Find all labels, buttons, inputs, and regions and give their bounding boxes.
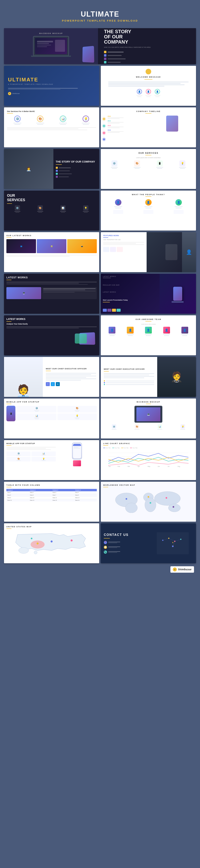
footer-logo[interactable]: S SlideBazaar bbox=[170, 566, 194, 573]
svg-point-13 bbox=[125, 503, 137, 513]
svg-point-27 bbox=[37, 542, 38, 545]
services-dark-title: OURSERVICES bbox=[7, 193, 96, 202]
svg-point-19 bbox=[148, 496, 149, 498]
svg-point-18 bbox=[125, 498, 127, 500]
slide-table: TABLE WITH FOUR COLUMN Column 1 Column 2… bbox=[4, 482, 99, 522]
svg-text:Jun: Jun bbox=[158, 466, 160, 467]
slide-services-dark: OURSERVICES ⚙️ 🎨 📊 bbox=[4, 191, 99, 230]
slide-welcome: WELCOME MESSAGE 👤 👤 bbox=[101, 66, 196, 106]
latest-works-dark-title: LATEST WORKS bbox=[6, 276, 97, 279]
slide-featured: FEATURED WORK USE TRANSFER FOR USE bbox=[101, 232, 196, 272]
latest-works-title: OUR LATEST WORKS bbox=[6, 235, 97, 237]
testimonials-title: WHAT THE PEOPLE THINK? bbox=[104, 193, 193, 195]
world-map-title: WORLDWIDE VECTOR MAP bbox=[103, 484, 194, 486]
slide-mobile-1: MOBILE APP FOR STARTUP 📱 ⚙️ 🎨 bbox=[4, 399, 99, 438]
slide-story: 👩‍💼 THE STORY OF OUR COMPANY bbox=[4, 149, 99, 189]
hero-title: THE STORYOF OURCOMPANY bbox=[104, 29, 190, 45]
slides-grid: MACBOOK MOCKUP bbox=[4, 28, 196, 563]
slide-launch: LATEST WORKS REGULAR SIZE BAR LATEST WOR… bbox=[101, 274, 196, 314]
table-header-4: Column 4 bbox=[74, 489, 97, 491]
launch-label2: REGULAR SIZE BAR bbox=[103, 284, 158, 286]
line-chart-svg: Jan Feb Mar Apr May Jun Jul Aug bbox=[103, 449, 194, 467]
table-header-2: Column 2 bbox=[29, 489, 52, 491]
slide-team: OUR AWESOME TEAM Lorem ipsum dolor sit a… bbox=[101, 315, 196, 355]
our-services-title: OUR SERVICES bbox=[104, 152, 193, 154]
slide-line-chart: LINE CHART GRAPHIC Your Title Your Title… bbox=[101, 440, 196, 480]
macbook-label: MACBOOK MOCKUP bbox=[39, 32, 63, 34]
slide-latest-works-2: LATEST WORKS Analyze Your Data Easily bbox=[4, 315, 99, 355]
svg-text:May: May bbox=[148, 466, 150, 467]
slide-latest-works-dark: LATEST WORKS 🖥️ bbox=[4, 274, 99, 314]
table-title: TABLE WITH FOUR COLUMN bbox=[6, 484, 97, 486]
featured-title: FEATURED WORK bbox=[103, 235, 144, 237]
brand-name: ULTIMATE bbox=[8, 76, 95, 83]
table-header-1: Column 1 bbox=[6, 489, 29, 491]
slide-services-light: Our Services For A Better World. ⚙️ 🎨 bbox=[4, 107, 99, 147]
page-header: ULTIMATE POWERPOINT TEMPLATE FREE DOWNLO… bbox=[4, 6, 196, 28]
svg-point-20 bbox=[166, 497, 167, 499]
slide-world-map: WORLDWIDE VECTOR MAP bbox=[101, 482, 196, 522]
slide-macbook: MACBOOK MOCKUP 💻 ⚙️ 🎨 bbox=[101, 399, 196, 438]
slide-timeline: COMPANY TIMELINE 2010 bbox=[101, 107, 196, 147]
svg-text:Mar: Mar bbox=[127, 466, 130, 467]
us-map-svg bbox=[6, 530, 97, 555]
slide-contact: CONTACT US 📍 ✉️ 📞 bbox=[101, 523, 196, 563]
slide-latest-works-light: OUR LATEST WORKS 👥 🖼️ 📸 bbox=[4, 232, 99, 272]
table-header-3: Column 3 bbox=[52, 489, 74, 491]
timeline-title: COMPANY TIMELINE bbox=[104, 111, 193, 112]
svg-point-28 bbox=[70, 539, 73, 541]
footer-logo-icon: S bbox=[173, 567, 177, 571]
svg-point-26 bbox=[51, 540, 53, 542]
launch-label1: LATEST WORKS bbox=[103, 276, 158, 277]
svg-text:Jan: Jan bbox=[108, 466, 111, 467]
svg-point-17 bbox=[168, 504, 180, 512]
footer-brand-text: SlideBazaar bbox=[178, 568, 192, 571]
ceo-1-title: MEET OUR CHIEF EXECUTIVE OFFICER bbox=[46, 368, 96, 370]
contact-title: CONTACT US bbox=[104, 533, 152, 537]
services-title: Our Services For A Better World. bbox=[7, 111, 96, 112]
welcome-title: WELCOME MESSAGE bbox=[136, 76, 161, 78]
macbook-title: MACBOOK MOCKUP bbox=[103, 401, 194, 403]
page-title: ULTIMATE bbox=[4, 10, 196, 19]
svg-point-40 bbox=[172, 541, 173, 542]
mobile-1-title: MOBILE APP FOR STARTUP bbox=[6, 401, 97, 403]
latest-works-2-subtitle: Analyze Your Data Easily bbox=[6, 323, 97, 325]
svg-text:Aug: Aug bbox=[178, 466, 180, 467]
slide-hero[interactable]: MACBOOK MOCKUP bbox=[4, 28, 196, 64]
svg-point-16 bbox=[154, 492, 180, 505]
team-title: OUR AWESOME TEAM bbox=[104, 318, 193, 320]
world-map-svg bbox=[103, 489, 194, 513]
data-table: Column 1 Column 2 Column 3 Column 4 Data… bbox=[6, 489, 97, 501]
slide-ceo-2: MEET OUR CHIEF EXECUTIVE OFFICER bbox=[101, 357, 196, 397]
latest-works-2-title: LATEST WORKS bbox=[6, 318, 97, 320]
slide-testimonials: WHAT THE PEOPLE THINK? 👤 👤 bbox=[101, 191, 196, 230]
slide-hero-left: MACBOOK MOCKUP bbox=[4, 28, 98, 64]
svg-text:Jul: Jul bbox=[168, 466, 169, 467]
line-chart-title: LINE CHART GRAPHIC bbox=[103, 442, 194, 444]
slide-ceo-1: 🧑‍💼 MEET OUR CHIEF EXECUTIVE OFFICER bbox=[4, 357, 99, 397]
svg-point-15 bbox=[145, 498, 156, 512]
svg-text:S: S bbox=[174, 569, 175, 570]
svg-point-24 bbox=[34, 551, 37, 554]
ceo-2-title: MEET OUR CHIEF EXECUTIVE OFFICER bbox=[104, 368, 154, 370]
page-subtitle: POWERPOINT TEMPLATE FREE DOWNLOAD bbox=[4, 19, 196, 22]
launch-label3: LATEST WORKS bbox=[103, 291, 158, 293]
contact-map bbox=[157, 532, 189, 554]
slide-us-map: UNITED STATES MAP bbox=[4, 523, 99, 563]
slide-our-services: OUR SERVICES Lorem ipsum dolor sit amet … bbox=[101, 149, 196, 189]
slide-hero-right: THE STORYOF OURCOMPANY NOW YOU CAN WRITE… bbox=[98, 28, 196, 64]
slide-brand: ULTIMATE A POWERPOINT TEMPLATE FREE DOWN… bbox=[4, 66, 99, 106]
mobile-2-title: MOBILE APP FOR STARTUP bbox=[6, 442, 56, 444]
svg-point-29 bbox=[31, 538, 32, 539]
brand-sub: A POWERPOINT TEMPLATE FREE DOWNLOAD bbox=[8, 84, 95, 85]
slide-icon: S bbox=[173, 568, 176, 571]
svg-text:Feb: Feb bbox=[118, 466, 120, 467]
svg-point-23 bbox=[19, 548, 29, 554]
us-map-title: UNITED STATES MAP bbox=[6, 526, 97, 528]
launch-main: Start Launch Presentation Today bbox=[103, 299, 158, 301]
svg-text:Apr: Apr bbox=[138, 466, 140, 467]
hero-links bbox=[104, 51, 190, 63]
svg-point-21 bbox=[150, 502, 151, 504]
story-title: THE STORY OF OUR COMPANY bbox=[56, 160, 97, 163]
slide-mobile-2: MOBILE APP FOR STARTUP ⚙️ 📊 bbox=[4, 440, 99, 480]
